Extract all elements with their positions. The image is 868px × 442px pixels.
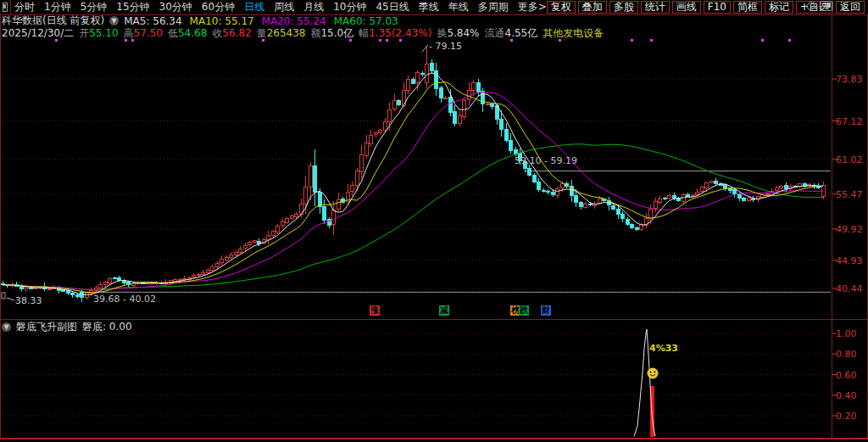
price-axis-label: 44.93 <box>836 256 867 266</box>
gap-range-label: 59.10 - 59.19 <box>515 155 577 166</box>
sub-axis-label: 1.00 <box>836 329 867 338</box>
candlestick-chart[interactable] <box>0 0 868 442</box>
price-axis-label: 49.92 <box>836 225 867 234</box>
trading-app-window: 分时1分钟5分钟15分钟30分钟60分钟日线周线月线10分钟45日线季线年线多周… <box>0 0 868 442</box>
sub-indicator-value: 磐底: 0.00 <box>82 320 132 334</box>
event-badge-财[interactable]: 财 <box>541 305 551 316</box>
sub-axis-label: 0.20 <box>836 411 867 421</box>
sub-indicator-header: ▼ 磐底飞升副图 磐底: 0.00 <box>2 322 132 333</box>
sub-axis-label: 0.80 <box>836 350 867 359</box>
spike-value-label: 4%33 <box>649 343 678 354</box>
price-axis-label: 67.12 <box>836 117 867 126</box>
low-price-label: 38.33 <box>15 295 42 306</box>
price-axis-label: 61.02 <box>836 155 867 165</box>
price-axis-label: 55.47 <box>836 190 867 199</box>
event-badge-涨[interactable]: 涨 <box>370 305 380 316</box>
gap-range-label: 39.68 - 40.02 <box>93 294 156 305</box>
event-badge-跌[interactable]: 跌 <box>519 305 529 316</box>
chevron-down-icon[interactable]: ▼ <box>2 322 11 332</box>
frame-left <box>0 15 1 439</box>
sub-axis-label: 0.60 <box>836 371 867 380</box>
frame-bottom <box>0 438 868 439</box>
sub-axis-label: 0.40 <box>836 391 867 400</box>
sub-indicator-title: 磐底飞升副图 <box>16 320 77 334</box>
event-badge-减[interactable]: 减 <box>439 305 449 316</box>
price-axis-label: 73.83 <box>836 75 867 84</box>
peak-price-label: - 79.15 <box>429 41 462 52</box>
price-axis-label: 40.44 <box>836 284 867 294</box>
frame-axis-divider <box>832 15 832 439</box>
